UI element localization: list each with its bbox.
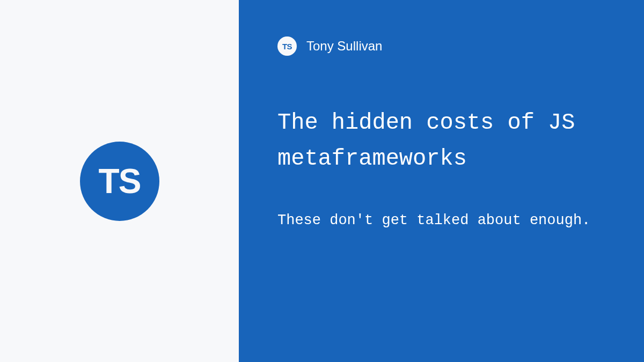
logo-badge-large: TS	[80, 142, 159, 221]
article-subtitle: These don't get talked about enough.	[277, 208, 605, 233]
logo-initials-small: TS	[282, 42, 292, 51]
logo-initials: TS	[99, 161, 141, 201]
article-title: The hidden costs of JS metaframeworks	[277, 105, 605, 177]
author-row: TS Tony Sullivan	[277, 36, 605, 56]
left-panel: TS	[0, 0, 239, 362]
author-name: Tony Sullivan	[306, 39, 382, 54]
logo-badge-small: TS	[277, 36, 297, 56]
right-panel: TS Tony Sullivan The hidden costs of JS …	[239, 0, 644, 362]
